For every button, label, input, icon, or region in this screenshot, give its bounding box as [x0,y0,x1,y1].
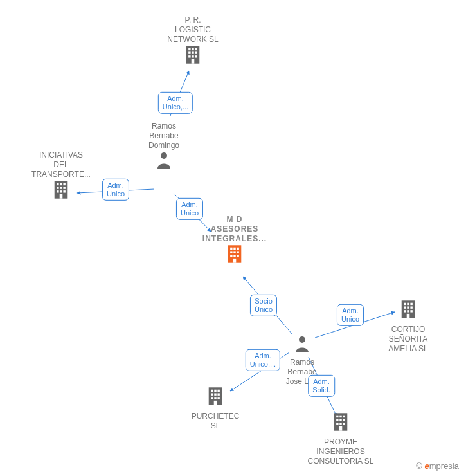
svg-rect-45 [407,314,410,318]
node-cortijo[interactable]: CORTIJOSEÑORITAAMELIA SL [370,299,447,354]
node-label: PROYMEINGENIEROSCONSULTORIA SL [302,437,379,466]
brand-e: e [425,461,429,471]
svg-rect-1 [188,48,190,50]
svg-rect-21 [60,194,63,199]
building-icon [52,179,70,200]
svg-rect-33 [233,259,237,263]
node-label: P. R.LOGISTICNETWORK SL [154,15,231,44]
svg-rect-41 [410,306,412,308]
svg-rect-63 [343,419,345,421]
svg-rect-15 [57,187,59,188]
svg-rect-29 [237,251,239,253]
svg-rect-37 [407,303,409,305]
relation-badge: Adm.Unico [176,198,203,220]
building-icon [332,412,350,432]
node-label: CORTIJOSEÑORITAAMELIA SL [370,325,447,354]
building-icon [399,299,417,320]
node-label: PURCHETECSL [177,412,254,431]
svg-rect-30 [230,255,232,257]
svg-rect-54 [214,397,216,399]
node-label: INICIATIVASDELTRANSPORTE... [22,151,100,179]
relation-badge: Adm.Unico [337,304,364,326]
svg-rect-2 [192,48,194,50]
relation-badge: Adm.Unico [102,179,129,201]
copyright-symbol: © [416,461,422,471]
svg-rect-60 [343,416,345,417]
node-pr_logistic[interactable]: P. R.LOGISTICNETWORK SL [154,13,231,68]
person-icon [156,151,172,169]
svg-rect-27 [230,251,232,253]
svg-rect-66 [343,423,345,425]
svg-rect-25 [233,248,235,250]
svg-rect-32 [237,255,239,257]
svg-rect-13 [60,183,62,185]
svg-rect-65 [339,423,341,425]
svg-rect-67 [339,426,343,431]
relation-badge: SocioÚnico [250,295,277,316]
svg-rect-5 [192,51,194,53]
svg-rect-61 [336,419,338,421]
svg-rect-48 [214,390,216,392]
svg-rect-17 [63,187,65,188]
node-proyme[interactable]: PROYMEINGENIEROSCONSULTORIA SL [302,412,379,466]
svg-rect-55 [217,397,219,399]
svg-rect-51 [214,393,216,395]
svg-rect-39 [404,306,406,308]
svg-rect-10 [192,59,195,64]
svg-rect-53 [211,397,213,399]
building-icon [226,244,244,264]
svg-rect-4 [188,51,190,53]
node-label: RamosBernabeDomingo [125,122,203,151]
svg-rect-52 [217,393,219,395]
person-icon [294,334,310,352]
svg-point-22 [161,152,167,159]
svg-rect-14 [63,183,65,185]
svg-rect-26 [237,248,239,250]
svg-rect-64 [336,423,338,425]
svg-point-34 [299,336,305,343]
svg-rect-56 [214,401,217,405]
svg-rect-3 [195,48,197,50]
building-icon [184,44,202,65]
svg-rect-36 [404,303,406,305]
relation-badge: Adm.Solid. [308,375,335,397]
svg-rect-47 [211,390,213,392]
svg-rect-42 [404,310,406,312]
svg-rect-49 [217,390,219,392]
building-icon [206,386,224,407]
svg-rect-62 [339,419,341,421]
svg-rect-6 [195,51,197,53]
svg-rect-58 [336,416,338,417]
copyright: © empresia [416,461,459,471]
svg-rect-19 [60,190,62,192]
svg-rect-9 [195,55,197,57]
relation-badge: Adm.Unico,... [246,349,280,371]
svg-rect-28 [233,251,235,253]
node-label: M DASESORESINTEGRALES... [196,215,273,244]
svg-rect-8 [192,55,194,57]
svg-rect-12 [57,183,59,185]
svg-rect-40 [407,306,409,308]
svg-rect-7 [188,55,190,57]
svg-rect-18 [57,190,59,192]
node-ramos_domingo[interactable]: RamosBernabeDomingo [125,119,203,171]
svg-rect-24 [230,248,232,250]
node-purchetec[interactable]: PURCHETECSL [177,386,254,431]
svg-rect-16 [60,187,62,188]
svg-rect-50 [211,393,213,395]
svg-rect-20 [63,190,65,192]
relation-badge: Adm.Unico,... [158,92,193,114]
node-iniciativas[interactable]: INICIATIVASDELTRANSPORTE... [22,148,100,203]
svg-rect-31 [233,255,235,257]
svg-rect-38 [410,303,412,305]
svg-rect-59 [339,416,341,417]
brand-rest: mpresia [429,461,459,471]
diagram-canvas: { "nodes": { "pr_logistic": { "type": "c… [0,0,468,476]
node-md_asesores[interactable]: M DASESORESINTEGRALES... [196,212,273,267]
svg-rect-43 [407,310,409,312]
svg-rect-44 [410,310,412,312]
